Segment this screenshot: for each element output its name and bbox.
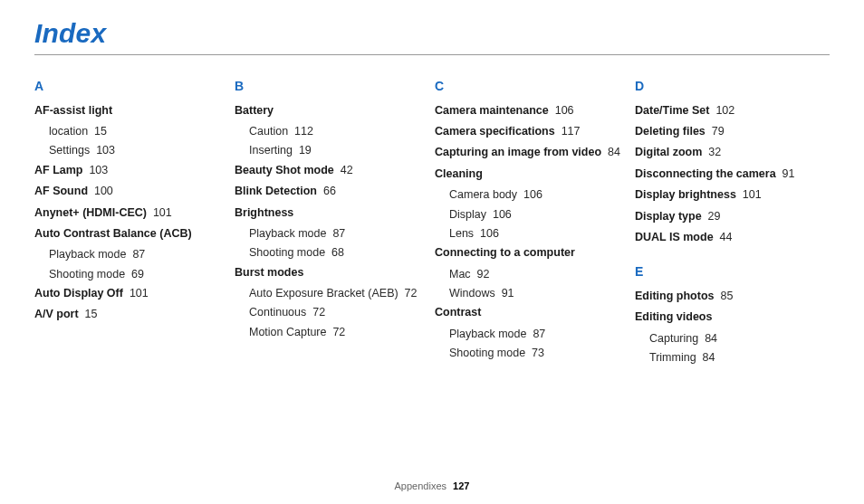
index-section: EEditing photos 85Editing videosCapturin… <box>635 262 830 366</box>
index-subentry: Auto Exposure Bracket (AEB) 72 <box>235 285 429 302</box>
index-entry: Auto Display Off 101 <box>34 285 229 302</box>
index-letter: B <box>235 77 429 97</box>
title-rule <box>34 54 830 55</box>
index-subentry: Playback mode 87 <box>435 326 629 343</box>
index-entry: Display type 29 <box>635 208 830 225</box>
index-section: CCamera maintenance 106Camera specificat… <box>435 77 629 363</box>
index-entry: Cleaning <box>435 166 629 183</box>
index-subentry: location 15 <box>34 123 229 140</box>
index-letter: E <box>635 262 830 282</box>
index-section: BBatteryCaution 112Inserting 19Beauty Sh… <box>235 77 429 341</box>
index-entry: DUAL IS mode 44 <box>635 229 830 246</box>
index-entry: Digital zoom 32 <box>635 144 830 161</box>
index-entry: Display brightness 101 <box>635 186 830 204</box>
index-subentry: Playback mode 87 <box>235 225 429 242</box>
index-letter: A <box>34 77 229 97</box>
index-letter: D <box>635 77 830 97</box>
page-footer: Appendixes 127 <box>0 480 864 491</box>
index-entry: Auto Contrast Balance (ACB) <box>34 225 229 242</box>
index-subentry: Shooting mode 68 <box>235 244 429 262</box>
index-subentry: Continuous 72 <box>235 304 429 321</box>
index-entry: AF-assist light <box>34 102 229 119</box>
index-entry: Burst modes <box>235 264 429 281</box>
index-entry: Deleting files 79 <box>635 123 830 140</box>
index-entry: Capturing an image from video 84 <box>435 144 629 161</box>
index-entry: Camera maintenance 106 <box>435 102 629 119</box>
index-subentry: Settings 103 <box>34 142 229 159</box>
index-columns: AAF-assist lightlocation 15Settings 103A… <box>34 77 830 369</box>
index-entry: Battery <box>235 102 429 119</box>
index-entry: Blink Detection 66 <box>235 183 429 200</box>
index-column: CCamera maintenance 106Camera specificat… <box>435 77 629 369</box>
index-column: AAF-assist lightlocation 15Settings 103A… <box>34 77 229 369</box>
index-column: BBatteryCaution 112Inserting 19Beauty Sh… <box>235 77 429 369</box>
index-entry: Connecting to a computer <box>435 244 629 262</box>
index-subentry: Shooting mode 69 <box>34 266 229 283</box>
index-subentry: Caution 112 <box>235 123 429 140</box>
index-subentry: Inserting 19 <box>235 142 429 159</box>
index-subentry: Playback mode 87 <box>34 246 229 263</box>
page-title: Index <box>34 18 830 54</box>
footer-label: Appendixes <box>395 480 447 491</box>
footer-page-number: 127 <box>453 480 469 491</box>
index-subentry: Mac 92 <box>435 266 629 283</box>
index-subentry: Trimming 84 <box>635 349 830 366</box>
index-subentry: Capturing 84 <box>635 330 830 347</box>
index-subentry: Windows 91 <box>435 285 629 302</box>
index-entry: AF Lamp 103 <box>34 162 229 179</box>
index-letter: C <box>435 77 629 97</box>
index-section: DDate/Time Set 102Deleting files 79Digit… <box>635 77 830 246</box>
index-entry: Editing photos 85 <box>635 288 830 305</box>
index-entry: Disconnecting the camera 91 <box>635 166 830 183</box>
index-subentry: Display 106 <box>435 206 629 223</box>
index-entry: Camera specifications 117 <box>435 123 629 140</box>
index-subentry: Camera body 106 <box>435 186 629 204</box>
index-column: DDate/Time Set 102Deleting files 79Digit… <box>635 77 830 369</box>
index-entry: Brightness <box>235 204 429 222</box>
index-entry: AF Sound 100 <box>34 183 229 200</box>
index-entry: Editing videos <box>635 309 830 326</box>
index-entry: Anynet+ (HDMI-CEC) 101 <box>34 204 229 222</box>
index-entry: A/V port 15 <box>34 306 229 323</box>
index-entry: Beauty Shot mode 42 <box>235 162 429 179</box>
index-subentry: Lens 106 <box>435 225 629 242</box>
index-subentry: Shooting mode 73 <box>435 345 629 362</box>
index-subentry: Motion Capture 72 <box>235 324 429 341</box>
index-page: Index AAF-assist lightlocation 15Setting… <box>0 0 864 504</box>
index-section: AAF-assist lightlocation 15Settings 103A… <box>34 77 229 324</box>
index-entry: Contrast <box>435 304 629 321</box>
index-entry: Date/Time Set 102 <box>635 102 830 119</box>
